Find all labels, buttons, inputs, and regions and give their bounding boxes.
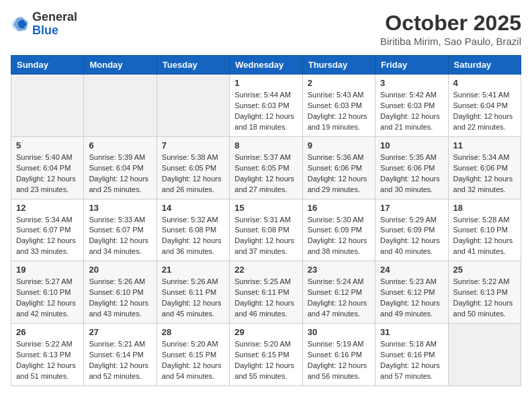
day-cell-26: 26Sunrise: 5:22 AM Sunset: 6:13 PM Dayli… (11, 324, 84, 386)
day-content: Sunrise: 5:28 AM Sunset: 6:10 PM Dayligh… (453, 215, 516, 258)
day-cell-23: 23Sunrise: 5:24 AM Sunset: 6:12 PM Dayli… (302, 261, 375, 324)
empty-cell (448, 324, 521, 386)
week-row-5: 26Sunrise: 5:22 AM Sunset: 6:13 PM Dayli… (11, 324, 521, 386)
day-cell-17: 17Sunrise: 5:29 AM Sunset: 6:09 PM Dayli… (375, 199, 448, 261)
day-cell-27: 27Sunrise: 5:21 AM Sunset: 6:14 PM Dayli… (84, 324, 157, 386)
day-content: Sunrise: 5:22 AM Sunset: 6:13 PM Dayligh… (453, 277, 516, 320)
day-number: 15 (234, 203, 297, 213)
day-number: 22 (234, 265, 297, 275)
day-content: Sunrise: 5:26 AM Sunset: 6:10 PM Dayligh… (89, 277, 151, 320)
logo-text: General Blue (32, 11, 77, 38)
day-content: Sunrise: 5:30 AM Sunset: 6:09 PM Dayligh… (308, 215, 370, 258)
day-cell-22: 22Sunrise: 5:25 AM Sunset: 6:11 PM Dayli… (230, 261, 302, 324)
day-content: Sunrise: 5:36 AM Sunset: 6:06 PM Dayligh… (308, 152, 370, 195)
day-number: 29 (234, 327, 297, 337)
day-cell-7: 7Sunrise: 5:38 AM Sunset: 6:05 PM Daylig… (157, 136, 229, 199)
day-content: Sunrise: 5:20 AM Sunset: 6:15 PM Dayligh… (162, 339, 224, 382)
day-content: Sunrise: 5:24 AM Sunset: 6:12 PM Dayligh… (308, 277, 370, 320)
page-header: General Blue October 2025 Biritiba Mirim… (11, 11, 521, 47)
day-cell-21: 21Sunrise: 5:26 AM Sunset: 6:11 PM Dayli… (157, 261, 229, 324)
empty-cell (84, 75, 157, 137)
day-number: 16 (308, 203, 370, 213)
day-cell-30: 30Sunrise: 5:19 AM Sunset: 6:16 PM Dayli… (302, 324, 375, 386)
day-cell-16: 16Sunrise: 5:30 AM Sunset: 6:09 PM Dayli… (302, 199, 375, 261)
day-number: 5 (16, 140, 79, 150)
day-number: 24 (380, 265, 443, 275)
day-content: Sunrise: 5:34 AM Sunset: 6:07 PM Dayligh… (16, 215, 79, 258)
day-number: 20 (89, 265, 151, 275)
days-row: SundayMondayTuesdayWednesdayThursdayFrid… (11, 56, 521, 75)
day-content: Sunrise: 5:43 AM Sunset: 6:03 PM Dayligh… (308, 90, 370, 133)
day-cell-15: 15Sunrise: 5:31 AM Sunset: 6:08 PM Dayli… (230, 199, 302, 261)
day-cell-3: 3Sunrise: 5:42 AM Sunset: 6:03 PM Daylig… (375, 75, 448, 137)
day-cell-10: 10Sunrise: 5:35 AM Sunset: 6:06 PM Dayli… (375, 136, 448, 199)
week-row-4: 19Sunrise: 5:27 AM Sunset: 6:10 PM Dayli… (11, 261, 521, 324)
day-number: 14 (162, 203, 224, 213)
empty-cell (11, 75, 84, 137)
day-number: 23 (308, 265, 370, 275)
day-header-sunday: Sunday (11, 56, 84, 75)
day-content: Sunrise: 5:22 AM Sunset: 6:13 PM Dayligh… (16, 339, 79, 382)
day-number: 27 (89, 327, 151, 337)
month-title: October 2025 (380, 11, 521, 36)
day-cell-12: 12Sunrise: 5:34 AM Sunset: 6:07 PM Dayli… (11, 199, 84, 261)
week-row-3: 12Sunrise: 5:34 AM Sunset: 6:07 PM Dayli… (11, 199, 521, 261)
day-content: Sunrise: 5:31 AM Sunset: 6:08 PM Dayligh… (234, 215, 297, 258)
day-cell-28: 28Sunrise: 5:20 AM Sunset: 6:15 PM Dayli… (157, 324, 229, 386)
day-number: 4 (453, 78, 516, 88)
day-cell-2: 2Sunrise: 5:43 AM Sunset: 6:03 PM Daylig… (302, 75, 375, 137)
day-content: Sunrise: 5:33 AM Sunset: 6:07 PM Dayligh… (89, 215, 151, 258)
day-cell-20: 20Sunrise: 5:26 AM Sunset: 6:10 PM Dayli… (84, 261, 157, 324)
location: Biritiba Mirim, Sao Paulo, Brazil (380, 36, 521, 47)
day-cell-31: 31Sunrise: 5:18 AM Sunset: 6:16 PM Dayli… (375, 324, 448, 386)
day-header-thursday: Thursday (302, 56, 375, 75)
day-cell-13: 13Sunrise: 5:33 AM Sunset: 6:07 PM Dayli… (84, 199, 157, 261)
day-number: 2 (308, 78, 370, 88)
title-block: October 2025 Biritiba Mirim, Sao Paulo, … (380, 11, 521, 47)
day-number: 18 (453, 203, 516, 213)
day-content: Sunrise: 5:38 AM Sunset: 6:05 PM Dayligh… (162, 152, 224, 195)
day-content: Sunrise: 5:23 AM Sunset: 6:12 PM Dayligh… (380, 277, 443, 320)
day-number: 6 (89, 140, 151, 150)
day-content: Sunrise: 5:42 AM Sunset: 6:03 PM Dayligh… (380, 90, 443, 133)
day-number: 13 (89, 203, 151, 213)
day-cell-25: 25Sunrise: 5:22 AM Sunset: 6:13 PM Dayli… (448, 261, 521, 324)
logo-icon (11, 15, 30, 34)
day-number: 28 (162, 327, 224, 337)
day-cell-18: 18Sunrise: 5:28 AM Sunset: 6:10 PM Dayli… (448, 199, 521, 261)
day-content: Sunrise: 5:21 AM Sunset: 6:14 PM Dayligh… (89, 339, 151, 382)
day-cell-11: 11Sunrise: 5:34 AM Sunset: 6:06 PM Dayli… (448, 136, 521, 199)
day-content: Sunrise: 5:25 AM Sunset: 6:11 PM Dayligh… (234, 277, 297, 320)
day-number: 25 (453, 265, 516, 275)
day-content: Sunrise: 5:26 AM Sunset: 6:11 PM Dayligh… (162, 277, 224, 320)
calendar-header: SundayMondayTuesdayWednesdayThursdayFrid… (11, 56, 521, 75)
day-content: Sunrise: 5:39 AM Sunset: 6:04 PM Dayligh… (89, 152, 151, 195)
day-content: Sunrise: 5:29 AM Sunset: 6:09 PM Dayligh… (380, 215, 443, 258)
day-content: Sunrise: 5:20 AM Sunset: 6:15 PM Dayligh… (234, 339, 297, 382)
day-number: 8 (234, 140, 297, 150)
week-row-1: 1Sunrise: 5:44 AM Sunset: 6:03 PM Daylig… (11, 75, 521, 137)
day-number: 3 (380, 78, 443, 88)
day-content: Sunrise: 5:44 AM Sunset: 6:03 PM Dayligh… (234, 90, 297, 133)
day-cell-19: 19Sunrise: 5:27 AM Sunset: 6:10 PM Dayli… (11, 261, 84, 324)
day-header-friday: Friday (375, 56, 448, 75)
day-cell-5: 5Sunrise: 5:40 AM Sunset: 6:04 PM Daylig… (11, 136, 84, 199)
day-cell-6: 6Sunrise: 5:39 AM Sunset: 6:04 PM Daylig… (84, 136, 157, 199)
day-cell-4: 4Sunrise: 5:41 AM Sunset: 6:04 PM Daylig… (448, 75, 521, 137)
day-cell-8: 8Sunrise: 5:37 AM Sunset: 6:05 PM Daylig… (230, 136, 302, 199)
day-number: 1 (234, 78, 297, 88)
calendar-table: SundayMondayTuesdayWednesdayThursdayFrid… (11, 55, 521, 386)
day-number: 12 (16, 203, 79, 213)
calendar-body: 1Sunrise: 5:44 AM Sunset: 6:03 PM Daylig… (11, 75, 521, 386)
day-number: 26 (16, 327, 79, 337)
day-header-saturday: Saturday (448, 56, 521, 75)
day-number: 19 (16, 265, 79, 275)
day-cell-29: 29Sunrise: 5:20 AM Sunset: 6:15 PM Dayli… (230, 324, 302, 386)
day-content: Sunrise: 5:40 AM Sunset: 6:04 PM Dayligh… (16, 152, 79, 195)
day-cell-24: 24Sunrise: 5:23 AM Sunset: 6:12 PM Dayli… (375, 261, 448, 324)
day-content: Sunrise: 5:34 AM Sunset: 6:06 PM Dayligh… (453, 152, 516, 195)
day-number: 30 (308, 327, 370, 337)
day-content: Sunrise: 5:19 AM Sunset: 6:16 PM Dayligh… (308, 339, 370, 382)
logo: General Blue (11, 11, 77, 38)
day-header-tuesday: Tuesday (157, 56, 229, 75)
